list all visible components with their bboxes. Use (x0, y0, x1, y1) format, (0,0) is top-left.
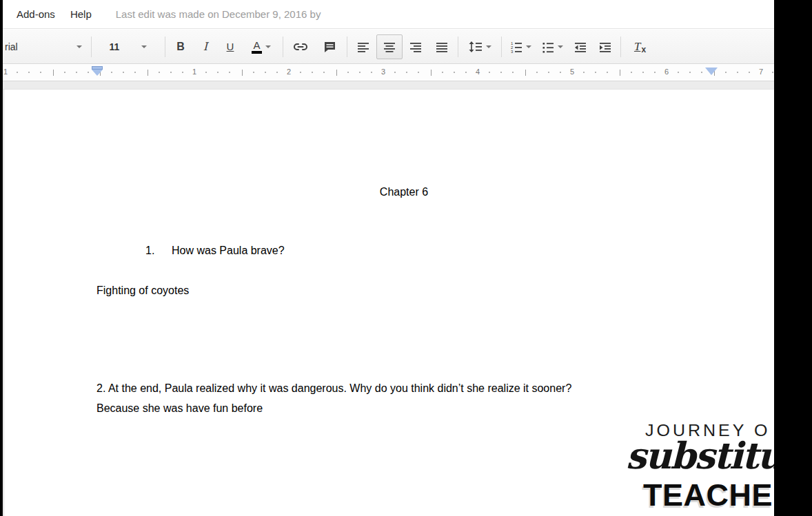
ruler-tick (159, 72, 160, 73)
toolbar-separator (347, 37, 347, 57)
left-indent-marker[interactable] (92, 66, 103, 77)
menu-help[interactable]: Help (63, 8, 99, 20)
watermark-substitute: substitu (626, 434, 782, 477)
clear-formatting-icon: Tx (634, 40, 645, 54)
doc-line-answer-2[interactable]: Because she was have fun before (97, 402, 263, 415)
line-spacing-button[interactable] (461, 34, 498, 59)
ruler-tick (17, 72, 18, 73)
insert-link-button[interactable] (286, 34, 315, 59)
chevron-down-icon (558, 45, 563, 48)
ruler-tick (620, 70, 620, 76)
ruler-number: 4 (476, 68, 480, 76)
numbered-list-button[interactable]: 1 2 3 (505, 34, 536, 59)
ruler-number: 1 (192, 68, 196, 76)
comment-icon (323, 41, 336, 53)
ruler-tick (394, 72, 396, 73)
font-size-value: 11 (110, 41, 120, 52)
align-justify-button[interactable] (429, 34, 455, 59)
font-family-select[interactable]: rial (4, 34, 88, 59)
decrease-indent-button[interactable] (568, 34, 593, 59)
toolbar-separator (620, 37, 621, 57)
ruler-tick (454, 72, 455, 73)
ruler-tick (111, 72, 112, 73)
align-center-icon (383, 41, 396, 53)
toolbar-separator (283, 37, 283, 57)
text-color-button[interactable]: A (243, 34, 280, 59)
bold-icon: B (176, 41, 185, 53)
clear-formatting-button[interactable]: Tx (624, 34, 656, 59)
ruler-tick (465, 72, 467, 73)
ruler-tick (265, 72, 266, 73)
menu-add-ons[interactable]: Add-ons (9, 8, 63, 20)
screenshot-right-edge (774, 0, 812, 516)
increase-indent-icon (599, 41, 611, 53)
ruler-tick (654, 72, 656, 73)
list-item-number[interactable]: 1. (145, 245, 154, 257)
ruler-tick (525, 70, 526, 76)
align-right-button[interactable] (403, 34, 429, 59)
align-left-button[interactable] (350, 34, 376, 59)
screenshot-left-edge (0, 0, 3, 516)
ruler-tick (595, 72, 596, 73)
last-edit-status[interactable]: Last edit was made on December 9, 2016 b… (116, 8, 321, 20)
ruler-tick (53, 70, 54, 76)
ruler[interactable]: 11234567 (3, 65, 774, 81)
align-left-icon (357, 41, 369, 53)
ruler-tick (300, 72, 301, 73)
ruler-tick (607, 72, 608, 73)
numbered-list-icon: 1 2 3 (510, 41, 522, 53)
toolbar-separator (165, 37, 165, 57)
toolbar-separator (458, 37, 458, 57)
italic-button[interactable]: I (193, 34, 218, 59)
ruler-tick (512, 72, 514, 73)
doc-line-answer-1[interactable]: Fighting of coyotes (97, 285, 189, 297)
ruler-number: 6 (664, 68, 669, 76)
ruler-tick (76, 72, 77, 73)
ruler-tick (123, 72, 124, 73)
increase-indent-button[interactable] (593, 34, 618, 59)
ruler-tick (217, 72, 219, 73)
font-size-select[interactable]: 11 (94, 34, 162, 59)
ruler-number: 2 (287, 68, 291, 76)
bulleted-list-button[interactable] (536, 34, 568, 59)
menu-bar: Add-ons Help Last edit was made on Decem… (3, 0, 774, 29)
ruler-tick (678, 72, 679, 73)
doc-line-question-2[interactable]: 2. At the end, Paula realized why it was… (97, 382, 571, 395)
ruler-tick (725, 72, 727, 73)
line-spacing-icon (469, 41, 483, 53)
ruler-tick (323, 72, 325, 73)
bold-button[interactable]: B (168, 34, 193, 59)
ruler-tick (737, 72, 738, 73)
ruler-tick (418, 72, 419, 73)
google-docs-window: Add-ons Help Last edit was made on Decem… (0, 0, 812, 516)
font-family-value: rial (5, 41, 18, 52)
ruler-tick (276, 72, 278, 73)
ruler-tick (701, 72, 702, 73)
ruler-tick (312, 72, 313, 73)
page-left-edge (3, 89, 4, 516)
ruler-number: 3 (381, 68, 385, 76)
insert-comment-button[interactable] (315, 34, 344, 59)
ruler-tick (242, 70, 243, 76)
link-icon (293, 41, 308, 53)
ruler-tick (182, 72, 183, 73)
ruler-tick (170, 72, 172, 73)
watermark-teacher: TEACHE (643, 477, 773, 513)
doc-line-question-1[interactable]: How was Paula brave? (172, 245, 285, 257)
ruler-tick (442, 72, 443, 73)
ruler-tick (40, 72, 41, 73)
align-center-button[interactable] (376, 34, 403, 59)
ruler-tick (359, 72, 361, 73)
ruler-tick (489, 72, 490, 73)
underline-icon: U (227, 41, 234, 52)
toolbar-separator (91, 37, 92, 57)
underline-button[interactable]: U (218, 34, 243, 59)
ruler-tick (583, 72, 585, 73)
ruler-tick (253, 72, 254, 73)
ruler-tick (631, 72, 632, 73)
right-indent-marker[interactable] (705, 68, 718, 75)
doc-line-chapter-title[interactable]: Chapter 6 (97, 186, 711, 198)
ruler-tick (336, 70, 337, 76)
chevron-down-icon (265, 45, 271, 48)
ruler-tick (229, 72, 230, 73)
